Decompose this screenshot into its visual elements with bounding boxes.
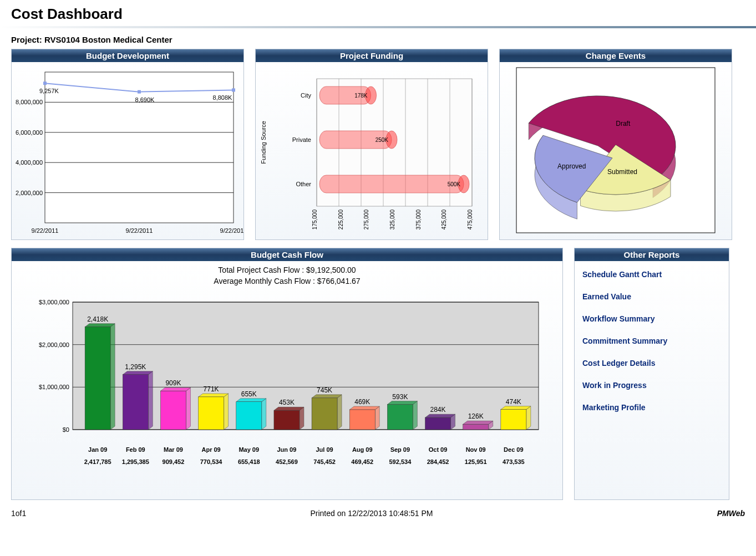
chart-project-funding: Funding SourceCity178KPrivate250KOther50…	[256, 62, 488, 238]
svg-marker-121	[463, 421, 493, 424]
svg-text:Oct 09: Oct 09	[429, 446, 448, 453]
svg-text:$0: $0	[63, 426, 69, 433]
svg-rect-68	[123, 375, 148, 430]
svg-text:425,000: 425,000	[441, 210, 447, 230]
svg-text:745K: 745K	[317, 386, 332, 394]
svg-marker-127	[501, 406, 531, 410]
svg-text:Sep 09: Sep 09	[390, 446, 410, 453]
panel-project-funding: Project Funding Funding SourceCity178KPr…	[255, 49, 488, 240]
svg-text:909,452: 909,452	[163, 458, 185, 465]
svg-text:9/22/2011: 9/22/2011	[220, 227, 243, 234]
panel-header-change-events: Change Events	[500, 49, 732, 62]
panel-other-reports: Other Reports Schedule Gantt ChartEarned…	[574, 248, 729, 500]
svg-text:469K: 469K	[354, 398, 370, 406]
svg-text:178K: 178K	[354, 93, 368, 99]
panel-header-budget-development: Budget Development	[12, 49, 243, 62]
svg-text:Jun 09: Jun 09	[277, 446, 296, 453]
svg-text:655K: 655K	[241, 390, 257, 398]
svg-text:Dec 09: Dec 09	[504, 446, 523, 453]
panel-budget-development: Budget Development 2,000,0004,000,0006,0…	[11, 49, 244, 240]
svg-text:284K: 284K	[430, 406, 446, 414]
svg-text:469,452: 469,452	[351, 458, 373, 465]
bcf-total-label: Total Project Cash Flow : $9,192,500.00	[12, 261, 562, 276]
svg-text:Mar 09: Mar 09	[164, 446, 183, 453]
svg-rect-122	[463, 424, 489, 430]
svg-text:Other: Other	[296, 181, 311, 187]
svg-rect-80	[199, 397, 224, 430]
svg-text:Aug 09: Aug 09	[352, 446, 373, 453]
svg-text:126K: 126K	[468, 412, 484, 420]
svg-marker-67	[123, 371, 153, 375]
svg-text:Funding Source: Funding Source	[260, 121, 267, 164]
svg-text:225,000: 225,000	[338, 210, 344, 230]
svg-rect-98	[312, 398, 337, 430]
chart-budget-cash-flow: $0$1,000,000$2,000,000$3,000,0002,418KJa…	[12, 291, 562, 491]
svg-rect-128	[501, 410, 526, 430]
other-report-link-4[interactable]: Cost Ledger Details	[582, 359, 721, 368]
other-report-link-1[interactable]: Earned Value	[582, 292, 721, 301]
other-report-link-5[interactable]: Work in Progress	[582, 381, 721, 390]
svg-text:655,418: 655,418	[238, 458, 260, 465]
other-report-link-6[interactable]: Marketing Profile	[582, 403, 721, 412]
svg-text:Submitted: Submitted	[607, 168, 637, 176]
panel-header-other-reports: Other Reports	[575, 248, 729, 261]
svg-marker-97	[312, 395, 342, 398]
svg-text:474K: 474K	[506, 398, 521, 406]
footer: 1of1 Printed on 12/22/2013 10:48:51 PM P…	[0, 508, 756, 519]
other-report-link-0[interactable]: Schedule Gantt Chart	[582, 270, 721, 279]
svg-text:593K: 593K	[392, 393, 408, 401]
svg-rect-62	[85, 327, 110, 430]
svg-text:6,000,000: 6,000,000	[16, 129, 43, 136]
svg-rect-9	[43, 81, 47, 85]
svg-marker-79	[199, 394, 229, 397]
svg-text:592,534: 592,534	[389, 458, 412, 465]
svg-text:9/22/2011: 9/22/2011	[126, 227, 153, 234]
svg-text:8,000,000: 8,000,000	[16, 99, 43, 105]
other-report-link-2[interactable]: Workflow Summary	[582, 314, 721, 323]
bcf-avg-label: Average Monthly Cash Flow : $766,041.67	[12, 276, 562, 291]
title-band	[0, 26, 756, 28]
svg-text:275,000: 275,000	[363, 210, 369, 230]
svg-marker-61	[85, 324, 115, 327]
svg-text:250K: 250K	[376, 137, 389, 143]
svg-text:175,000: 175,000	[312, 210, 318, 230]
svg-text:Apr 09: Apr 09	[201, 446, 220, 453]
svg-text:2,417,785: 2,417,785	[84, 458, 111, 465]
svg-text:May 09: May 09	[239, 446, 259, 453]
svg-text:375,000: 375,000	[415, 210, 422, 230]
svg-rect-86	[236, 402, 262, 430]
footer-center: Printed on 12/22/2013 10:48:51 PM	[310, 509, 433, 518]
svg-marker-115	[425, 414, 455, 417]
svg-text:1,295K: 1,295K	[125, 363, 146, 371]
other-report-link-3[interactable]: Commitment Summary	[582, 336, 721, 345]
svg-text:Private: Private	[292, 136, 311, 143]
svg-rect-110	[387, 405, 413, 430]
footer-left: 1of1	[11, 509, 26, 518]
svg-rect-74	[160, 391, 186, 430]
svg-marker-84	[262, 399, 266, 430]
svg-text:475,000: 475,000	[467, 210, 473, 230]
page-title: Cost Dashboard	[0, 0, 756, 26]
footer-right: PMWeb	[717, 509, 745, 518]
svg-marker-60	[110, 324, 115, 430]
svg-rect-0	[45, 72, 234, 223]
svg-text:325,000: 325,000	[389, 210, 395, 230]
svg-text:284,452: 284,452	[427, 458, 449, 465]
svg-rect-116	[425, 417, 451, 430]
svg-marker-66	[148, 371, 153, 430]
svg-rect-13	[232, 88, 235, 91]
svg-text:$2,000,000: $2,000,000	[39, 341, 69, 348]
svg-text:2,418K: 2,418K	[87, 315, 108, 323]
svg-marker-85	[236, 399, 266, 402]
svg-text:$3,000,000: $3,000,000	[39, 299, 69, 305]
svg-text:8,808K: 8,808K	[213, 94, 233, 101]
panel-header-project-funding: Project Funding	[256, 49, 488, 62]
svg-marker-96	[337, 395, 342, 430]
svg-text:City: City	[301, 92, 311, 99]
svg-marker-72	[186, 387, 190, 430]
svg-text:2,000,000: 2,000,000	[16, 190, 43, 196]
svg-text:500K: 500K	[448, 181, 461, 187]
svg-rect-104	[349, 410, 375, 430]
svg-text:Draft: Draft	[616, 120, 631, 127]
svg-marker-91	[274, 407, 304, 410]
